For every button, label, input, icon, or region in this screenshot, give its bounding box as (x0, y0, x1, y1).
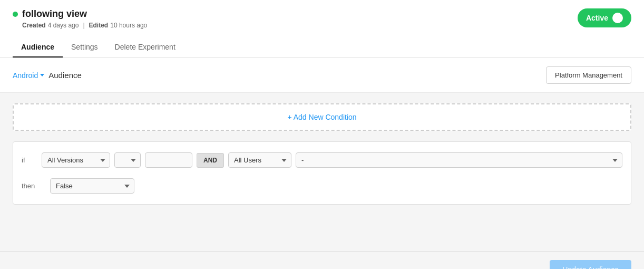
toggle-knob (612, 13, 623, 23)
platform-management-button[interactable]: Platform Management (546, 66, 631, 84)
tab-settings[interactable]: Settings (63, 37, 106, 57)
version-input[interactable] (145, 152, 192, 168)
if-row: if All Versions AND All Users - (22, 152, 622, 168)
footer: Update Audience (0, 251, 644, 269)
active-label: Active (586, 14, 608, 22)
audience-section-label: Audience (48, 71, 82, 80)
tab-audience[interactable]: Audience (13, 37, 63, 57)
audience-header: Android Audience Platform Management (0, 58, 644, 93)
and-badge: AND (197, 153, 224, 168)
operator-select[interactable] (114, 152, 141, 168)
content-area: Android Audience Platform Management + A… (0, 58, 644, 251)
audience-left: Android Audience (13, 71, 82, 80)
header-top: following view Created 4 days ago | Edit… (13, 8, 631, 35)
if-label: if (22, 156, 37, 164)
then-select[interactable]: FalseTrue (50, 178, 134, 194)
title-section: following view Created 4 days ago | Edit… (13, 8, 147, 29)
dash-select[interactable]: - (296, 152, 622, 168)
nav-tabs: Audience Settings Delete Experiment (13, 37, 631, 57)
tab-delete-experiment[interactable]: Delete Experiment (106, 37, 184, 57)
title-row: following view (13, 8, 147, 20)
update-btn-label: Update Audience (562, 265, 619, 269)
created-value: 4 days ago (48, 22, 79, 29)
experiment-title: following view (22, 8, 87, 20)
then-label: then (22, 182, 44, 190)
platform-mgmt-label: Platform Management (555, 71, 622, 79)
platform-dropdown[interactable]: Android (13, 71, 44, 80)
then-row: then FalseTrue (22, 178, 622, 194)
users-select[interactable]: All Users (228, 152, 291, 168)
created-label: Created (22, 22, 46, 29)
status-dot (13, 12, 18, 17)
active-toggle-button[interactable]: Active (578, 8, 631, 27)
header: following view Created 4 days ago | Edit… (0, 0, 644, 58)
edited-label: Edited (89, 22, 109, 29)
condition-card: if All Versions AND All Users - then Fal… (13, 141, 631, 205)
versions-select[interactable]: All Versions (42, 152, 110, 168)
separator: | (83, 22, 84, 29)
update-audience-button[interactable]: Update Audience (550, 260, 631, 269)
chevron-down-icon (40, 74, 44, 76)
platform-label: Android (13, 71, 38, 80)
main-content: + Add New Condition if All Versions AND … (0, 93, 644, 251)
add-condition-box[interactable]: + Add New Condition (13, 103, 631, 131)
meta-row: Created 4 days ago | Edited 10 hours ago (22, 22, 147, 29)
edited-value: 10 hours ago (110, 22, 147, 29)
add-condition-label: + Add New Condition (287, 113, 356, 121)
